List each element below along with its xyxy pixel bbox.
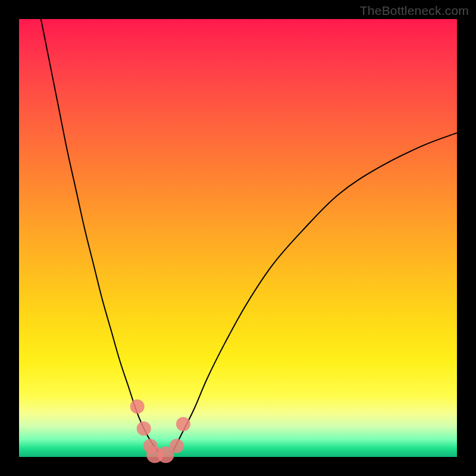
bottleneck-marker [170,439,184,453]
bottleneck-marker [137,421,151,436]
bottleneck-marker [176,417,190,431]
chart-frame: TheBottleneck.com [0,0,476,476]
curve-layer [19,19,457,457]
marker-group [130,399,190,463]
bottleneck-marker [130,399,145,414]
plot-area [19,19,457,457]
curve-left-branch [41,19,159,453]
curve-right-branch [173,133,457,452]
watermark-label: TheBottleneck.com [360,4,469,18]
